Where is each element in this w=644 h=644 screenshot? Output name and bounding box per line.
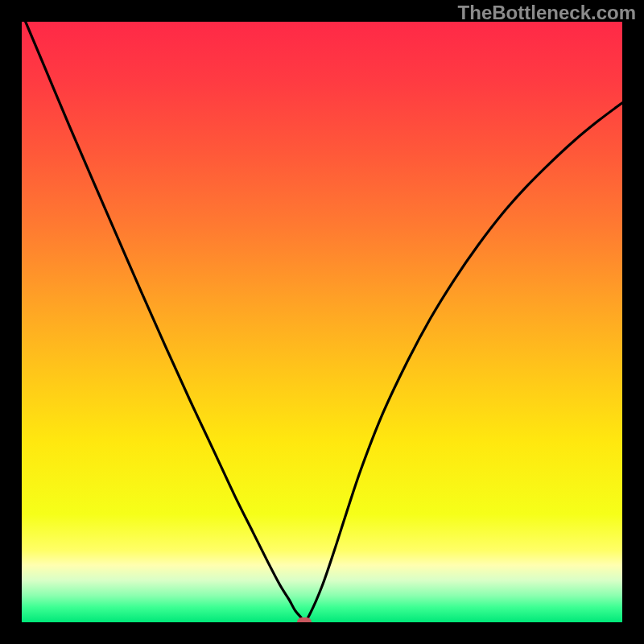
chart-plot-area: [22, 22, 622, 622]
curve-layer: [22, 22, 622, 622]
bottleneck-curve: [22, 22, 622, 622]
bottleneck-marker: [297, 617, 312, 622]
watermark-text: TheBottleneck.com: [458, 2, 636, 24]
